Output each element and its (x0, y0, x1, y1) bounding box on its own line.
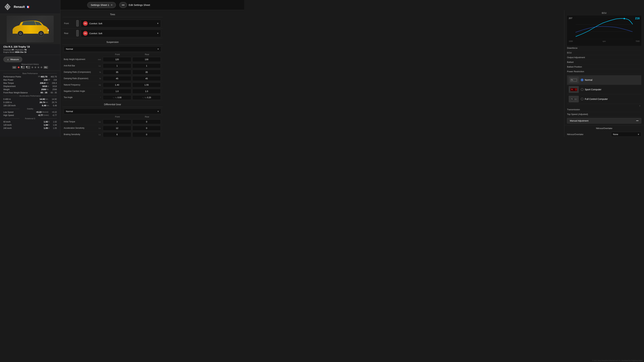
brand-name: Renault (14, 5, 25, 9)
suspension-type-select[interactable]: Normal ▼ (64, 46, 161, 52)
suspension-header: Suspension (62, 40, 163, 44)
country-flag: 🇫🇷 (26, 5, 30, 8)
brand-info: Renault 🇫🇷 (14, 5, 30, 9)
differential-dropdown-arrow: ▼ (157, 110, 159, 113)
car-engine: Engine Model M5M-Clio-'15 (3, 51, 57, 53)
damping-comp-rear[interactable]: 35 (132, 70, 161, 75)
main-content: Tires Front CS Comfort: Soft ▼ Rear (61, 10, 164, 137)
rear-tire-row: Rear CS Comfort: Soft ▼ (62, 28, 163, 38)
damping-comp-row: Damping Ratio (Compression) % 35 35 (62, 69, 163, 75)
history-dot-1 (18, 66, 20, 68)
svg-point-6 (20, 33, 21, 34)
history-dot-5 (40, 66, 42, 68)
body-height-rear[interactable]: 130 (132, 57, 161, 62)
braking-sensitivity-rear[interactable]: 0 (132, 132, 161, 137)
rear-cs-badge: CS (83, 31, 88, 36)
history-dot-2 (32, 66, 33, 68)
accel-performance-divider: Acceleration Performance (3, 95, 57, 97)
r1-button[interactable]: R1 (44, 66, 48, 69)
rear-tire-label: Rear (64, 32, 74, 34)
history-dots: L1 ◀ ▶ R1 (3, 66, 57, 69)
toe-rear[interactable]: ↑↓ ↑↓ 0.20 (132, 95, 161, 100)
car-drivetrain: Drivetrain FF / Aspiration TB (3, 49, 57, 51)
suspension-col-headers: Front Rear (62, 53, 163, 56)
next-button[interactable]: ▶ (26, 66, 30, 69)
car-image (7, 15, 54, 42)
accel-sensitivity-row: Acceleration Sensitivity Lv. 12 0 (62, 125, 163, 131)
differential-section: Differential Gear Normal ▼ Front Rear In… (62, 102, 163, 137)
stat-high-speed: High Speed -0.77 (Under) -0.77 (3, 114, 57, 117)
settings-sheet-button[interactable]: Settings Sheet 1 ≡ (87, 2, 116, 8)
differential-type-select[interactable]: Normal ▼ (64, 109, 161, 114)
measurement-area: ▲ Measure Measurement History L1 ◀ ▶ R1 (0, 55, 60, 71)
car-name: Clio R.S. 220 Trophy '15 (3, 45, 57, 48)
anti-roll-row: Anti-Roll Bar Lv. 1 1 (62, 63, 163, 69)
damping-exp-front[interactable]: 45 (103, 76, 131, 81)
stat-g60: 60 km/h 1.02 G 1.02 (3, 120, 57, 123)
stat-g120: 120 km/h 1.04 G 1.04 (3, 123, 57, 126)
neg-camber-rear[interactable]: 1.0 (132, 89, 161, 94)
tires-header: Tires (62, 12, 163, 17)
history-dot-3 (34, 66, 36, 68)
menu-icon: ≡ (111, 3, 112, 6)
damping-exp-row: Damping Ratio (Expansion) % 45 45 (62, 75, 163, 82)
accel-sensitivity-rear[interactable]: 0 (132, 126, 161, 131)
natural-freq-row: Natural Frequency Hz 1.40 1.55 (62, 82, 163, 88)
measure-button[interactable]: ▲ Measure (3, 57, 22, 62)
renault-logo (3, 3, 12, 11)
front-cs-badge: CS (83, 21, 88, 26)
stat-balance: Front-Rear Weight Balance 65 : 35 65 : 3… (3, 91, 57, 94)
accel-sensitivity-front[interactable]: 12 (103, 126, 131, 131)
braking-sensitivity-front[interactable]: 6 (103, 132, 131, 137)
left-panel: Renault 🇫🇷 (0, 0, 60, 137)
differential-col-headers: Front Rear (62, 115, 163, 119)
l1-button[interactable]: L1 (12, 66, 16, 69)
edit-settings-label[interactable]: Edit Settings Sheet (129, 3, 150, 6)
stats-section: Base Performance Performance Points PP 4… (0, 71, 60, 131)
body-height-front[interactable]: 120 (103, 57, 131, 62)
top-bar: Settings Sheet 1 ≡ ••• Edit Settings She… (60, 0, 244, 10)
natural-freq-front[interactable]: 1.40 (103, 82, 131, 87)
history-dot-4 (38, 66, 39, 68)
suspension-section: Suspension Normal ▼ Front Rear Body Heig… (62, 40, 163, 101)
stat-max-power: Max Power 216 HP 216 (3, 78, 57, 81)
damping-exp-rear[interactable]: 45 (132, 76, 161, 81)
front-tire-dropdown-arrow: ▼ (157, 22, 159, 25)
stat-displacement: Displacement 1618 cc 1618 (3, 85, 57, 88)
dots-menu-button[interactable]: ••• (119, 2, 127, 8)
front-tire-label: Front (64, 22, 74, 25)
stat-0-1000: 0-1000 m 26.74 sec. 26.74 (3, 101, 57, 104)
neg-camber-row: Negative Camber Angle ° 1.0 1.0 (62, 88, 163, 94)
rotational-g-divider: Rotational G (3, 117, 57, 119)
front-tire-row: Front CS Comfort: Soft ▼ (62, 18, 163, 28)
suspension-dropdown-arrow: ▼ (157, 48, 159, 50)
settings-sheet-label: Settings Sheet 1 (91, 3, 109, 6)
car-image-area (0, 14, 60, 44)
prev-button[interactable]: ◀ (21, 66, 25, 69)
initial-torque-front[interactable]: 3 (103, 119, 131, 124)
initial-torque-row: Initial Torque Lv. 3 0 (62, 119, 163, 125)
damping-comp-front[interactable]: 35 (103, 70, 131, 75)
rear-tire-dropdown-arrow: ▼ (157, 32, 159, 34)
measurement-history-label: Measurement History (3, 63, 57, 65)
base-performance-divider: Base Performance (3, 72, 57, 74)
braking-sensitivity-row: Braking Sensitivity Lv. 6 0 (62, 131, 163, 137)
svg-rect-3 (10, 34, 50, 34)
rear-tire-icon (76, 30, 79, 37)
anti-roll-rear[interactable]: 1 (132, 63, 161, 68)
front-tire-select[interactable]: CS Comfort: Soft ▼ (81, 19, 161, 27)
suspension-dropdown-row: Normal ▼ (62, 45, 163, 53)
anti-roll-front[interactable]: 1 (103, 63, 131, 68)
natural-freq-rear[interactable]: 1.55 (132, 82, 161, 87)
svg-rect-11 (47, 29, 49, 29)
initial-torque-rear[interactable]: 0 (132, 119, 161, 124)
rear-tire-select[interactable]: CS Comfort: Soft ▼ (81, 29, 161, 37)
body-height-row: Body Height Adjustment mm 120 130 (62, 56, 163, 63)
measure-triangle-icon: ▲ (7, 58, 9, 61)
neg-camber-front[interactable]: 1.0 (103, 89, 131, 94)
stat-weight: Weight 2599 lbs. 2599 (3, 88, 57, 91)
stat-perf-points: Performance Points PP 463.70 463.70 (3, 75, 57, 78)
toe-front[interactable]: ↑↓ ↑↓ 0.00 (103, 95, 131, 100)
toe-angle-row: Toe Angle ° ↑↓ ↑↓ 0.00 ↑↓ ↑↓ 0.20 (62, 94, 163, 101)
svg-point-9 (40, 33, 42, 34)
